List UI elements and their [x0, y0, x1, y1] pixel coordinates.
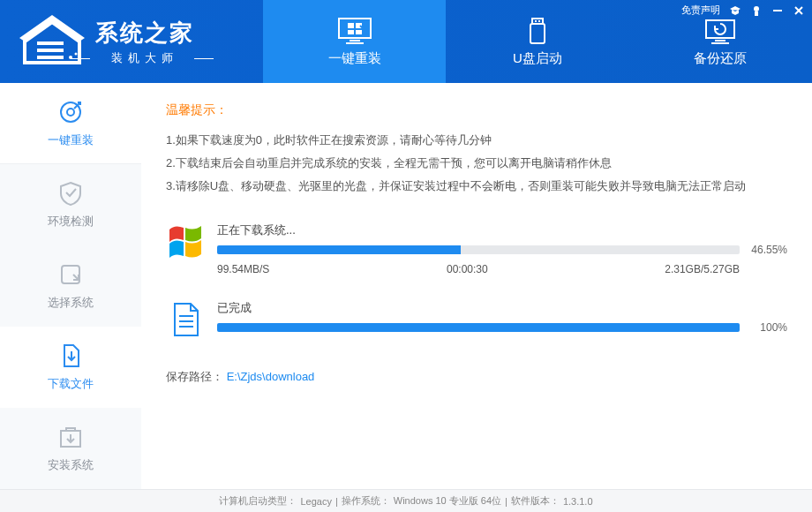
download-complete-block: 已完成 100% [166, 300, 787, 339]
target-icon [57, 99, 84, 125]
svg-rect-18 [711, 42, 729, 44]
complete-percent: 100% [747, 321, 787, 334]
download-size: 2.31GB/5.27GB [665, 263, 740, 275]
logo-subtitle: 装机大师 [95, 50, 194, 66]
sidebar-label: 环境检测 [48, 214, 94, 230]
complete-progress-bar [217, 323, 740, 332]
svg-point-23 [67, 109, 74, 116]
usb-icon [520, 17, 555, 45]
sidebar-label: 选择系统 [48, 295, 94, 311]
sidebar-item-download[interactable]: 下载文件 [0, 327, 141, 408]
separator: | [505, 496, 508, 507]
select-icon [57, 261, 84, 288]
download-speed: 99.54MB/S [217, 263, 269, 275]
svg-rect-13 [535, 20, 537, 22]
download-elapsed: 00:00:30 [447, 263, 488, 275]
tab-label: U盘启动 [513, 50, 562, 67]
sidebar-item-select-system[interactable]: 选择系统 [0, 245, 141, 327]
download-progress-bar [217, 245, 740, 254]
tab-label: 备份还原 [694, 50, 747, 67]
disclaimer-link[interactable]: 免责声明 [681, 4, 720, 17]
svg-rect-5 [339, 19, 371, 38]
tip-line-3: 3.请移除U盘、移动硬盘、光驱里的光盘，并保证安装过程中不会断电，否则重装可能失… [166, 175, 787, 198]
sidebar-item-install[interactable]: 安装系统 [0, 408, 141, 489]
document-icon [166, 300, 205, 339]
download-status-label: 正在下载系统... [217, 222, 787, 238]
version-label: 软件版本： [511, 494, 560, 508]
backup-icon [703, 17, 738, 45]
os-value: Windows 10 专业版 64位 [394, 494, 501, 508]
svg-rect-2 [37, 56, 64, 59]
svg-rect-14 [538, 20, 540, 22]
tab-label: 一键重装 [328, 50, 381, 67]
tip-line-1: 1.如果下载速度为0，此时软件正在搜索资源，请耐心等待几分钟 [166, 129, 787, 152]
main-content: 温馨提示： 1.如果下载速度为0，此时软件正在搜索资源，请耐心等待几分钟 2.下… [141, 83, 812, 489]
download-percent: 46.55% [747, 244, 787, 256]
sidebar-item-env-check[interactable]: 环境检测 [0, 164, 141, 245]
tab-usb-boot[interactable]: U盘启动 [446, 0, 628, 83]
settings-icon[interactable] [750, 4, 763, 17]
svg-rect-7 [346, 42, 364, 44]
tip-line-2: 2.下载结束后会自动重启并完成系统的安装，全程无需干预，您可以离开电脑请稍作休息 [166, 152, 787, 175]
separator: | [335, 496, 338, 507]
save-path-row: 保存路径： E:\Zjds\download [166, 369, 787, 385]
svg-rect-10 [348, 30, 354, 34]
svg-point-19 [754, 6, 759, 11]
close-icon[interactable] [793, 4, 805, 17]
svg-rect-17 [715, 40, 726, 41]
complete-progress-fill [217, 323, 740, 332]
svg-rect-20 [755, 11, 758, 16]
graduation-icon[interactable] [729, 4, 741, 17]
svg-point-4 [75, 53, 78, 56]
version-value: 1.3.1.0 [563, 496, 593, 507]
svg-rect-21 [773, 10, 782, 11]
shield-icon [57, 180, 84, 207]
download-system-block: 正在下载系统... 46.55% 99.54MB/S 00:00:30 2.31… [166, 222, 787, 275]
app-logo-icon [16, 15, 88, 68]
svg-rect-6 [350, 40, 360, 41]
tab-reinstall[interactable]: 一键重装 [263, 0, 446, 83]
svg-rect-8 [348, 23, 354, 28]
svg-rect-1 [37, 49, 64, 52]
os-label: 操作系统： [342, 494, 390, 508]
download-progress-fill [217, 245, 461, 254]
sidebar-label: 安装系统 [48, 457, 94, 473]
footer: 计算机启动类型： Legacy | 操作系统： Windows 10 专业版 6… [0, 489, 812, 512]
svg-rect-11 [356, 30, 362, 34]
save-path-value[interactable]: E:\Zjds\download [227, 370, 315, 383]
save-path-label: 保存路径： [166, 370, 223, 383]
logo-title: 系统之家 [95, 18, 194, 49]
tips-title: 温馨提示： [166, 102, 787, 118]
sidebar-item-reinstall[interactable]: 一键重装 [0, 83, 141, 164]
svg-rect-15 [530, 24, 545, 43]
download-file-icon [57, 343, 84, 369]
header: 系统之家 装机大师 一键重装 U盘启动 [0, 0, 812, 83]
windows-logo-icon [166, 222, 205, 261]
boot-type-value: Legacy [300, 496, 331, 507]
monitor-icon [337, 17, 372, 45]
sidebar-label: 一键重装 [48, 132, 94, 148]
logo-area: 系统之家 装机大师 [0, 0, 263, 83]
titlebar-controls: 免责声明 [681, 4, 805, 17]
boot-type-label: 计算机启动类型： [219, 494, 297, 508]
minimize-icon[interactable] [771, 4, 784, 17]
svg-rect-0 [37, 41, 64, 45]
sidebar: 一键重装 环境检测 选择系统 下载文件 安装系统 [0, 83, 141, 489]
install-icon [57, 424, 84, 450]
complete-status-label: 已完成 [217, 300, 787, 316]
sidebar-label: 下载文件 [48, 376, 94, 392]
